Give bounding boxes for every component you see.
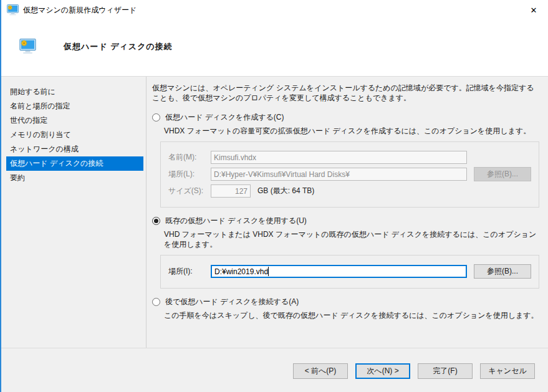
radio-label[interactable]: 後で仮想ハード ディスクを接続する(A) <box>165 297 299 307</box>
size-suffix-text: GB (最大: 64 TB) <box>257 186 314 196</box>
attach-later-description: この手順を今はスキップし、後で既存の仮想ハード ディスクを接続するには、このオプ… <box>164 310 539 320</box>
vhd-name-input <box>211 151 467 164</box>
vm-monitor-icon <box>19 39 36 54</box>
window-title: 仮想マシンの新規作成ウィザード <box>23 5 137 16</box>
existing-vhd-path-input[interactable] <box>211 265 467 278</box>
existing-vhd-fields-group: 場所(I): 参照(B)... <box>160 255 539 289</box>
create-vhd-description: VHDX フォーマットの容量可変の拡張仮想ハード ディスクを作成するには、このオ… <box>164 126 539 136</box>
wizard-body: 開始する前に 名前と場所の指定 世代の指定 メモリの割り当て ネットワークの構成… <box>1 77 548 348</box>
sidebar-item-memory: メモリの割り当て <box>6 128 143 142</box>
existing-location-label: 場所(I): <box>168 266 204 277</box>
close-icon: ✕ <box>531 6 537 15</box>
location-field-row: 場所(L): 参照(B)... <box>168 167 531 181</box>
radio-label[interactable]: 既存の仮想ハード ディスクを使用する(U) <box>165 216 307 226</box>
wizard-steps-sidebar: 開始する前に 名前と場所の指定 世代の指定 メモリの割り当て ネットワークの構成… <box>1 77 147 348</box>
cancel-button[interactable]: キャンセル <box>480 363 535 379</box>
previous-button[interactable]: < 前へ(P) <box>293 363 348 379</box>
radio-label[interactable]: 仮想ハード ディスクを作成する(C) <box>165 112 284 122</box>
size-label: サイズ(S): <box>168 186 204 196</box>
sidebar-item-generation: 世代の指定 <box>6 113 143 128</box>
radio-icon[interactable] <box>152 113 160 122</box>
vhd-size-input <box>211 184 251 198</box>
sidebar-item-connect-vhd: 仮想ハード ディスクの接続 <box>6 156 143 171</box>
browse-button-disabled: 参照(B)... <box>474 167 531 181</box>
name-label: 名前(M): <box>168 152 204 163</box>
size-field-row: サイズ(S): GB (最大: 64 TB) <box>168 184 531 198</box>
name-field-row: 名前(M): <box>168 151 531 164</box>
vhd-location-input <box>211 168 467 181</box>
radio-option-attach-later[interactable]: 後で仮想ハード ディスクを接続する(A) <box>152 297 539 307</box>
text-caret <box>268 267 269 276</box>
sidebar-item-summary: 要約 <box>6 171 143 185</box>
radio-option-existing-vhd[interactable]: 既存の仮想ハード ディスクを使用する(U) <box>152 216 539 226</box>
radio-icon[interactable] <box>152 298 160 306</box>
intro-text: 仮想マシンには、オペレーティング システムをインストールするための記憶域が必要で… <box>152 83 539 103</box>
sidebar-item-name-location: 名前と場所の指定 <box>6 99 143 113</box>
existing-location-textbox-wrap <box>211 265 467 278</box>
vm-monitor-icon <box>7 4 19 16</box>
wizard-window: 仮想マシンの新規作成ウィザード ✕ 仮想ハード ディスクの接続 開始する前に 名… <box>0 0 548 392</box>
next-button[interactable]: 次へ(N) > <box>355 363 410 379</box>
page-header: 仮想ハード ディスクの接続 <box>1 20 548 77</box>
existing-location-field-row: 場所(I): 参照(B)... <box>168 264 531 279</box>
radio-icon-selected[interactable] <box>152 217 160 225</box>
create-vhd-fields-group: 名前(M): 場所(L): 参照(B)... サイズ(S): GB (最大: 6… <box>160 141 539 208</box>
radio-option-create-vhd[interactable]: 仮想ハード ディスクを作成する(C) <box>152 112 539 122</box>
main-content: 仮想マシンには、オペレーティング システムをインストールするための記憶域が必要で… <box>147 77 548 348</box>
existing-vhd-description: VHD フォーマットまたは VHDX フォーマットの既存の仮想ハード ディスクを… <box>164 229 539 249</box>
browse-button[interactable]: 参照(B)... <box>474 264 531 279</box>
sidebar-item-networking: ネットワークの構成 <box>6 142 143 156</box>
finish-button[interactable]: 完了(F) <box>418 363 473 379</box>
location-label: 場所(L): <box>168 169 204 179</box>
close-button[interactable]: ✕ <box>519 0 548 20</box>
page-title: 仮想ハード ディスクの接続 <box>64 39 173 52</box>
sidebar-item-before-you-begin: 開始する前に <box>6 85 143 99</box>
footer-button-bar: < 前へ(P) 次へ(N) > 完了(F) キャンセル <box>1 348 548 392</box>
title-bar: 仮想マシンの新規作成ウィザード ✕ <box>1 0 548 20</box>
